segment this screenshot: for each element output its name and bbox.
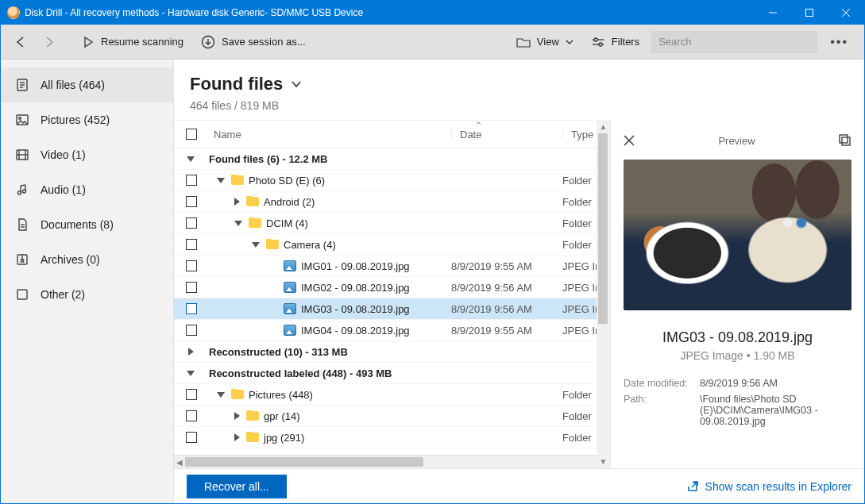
view-label: View <box>537 36 559 48</box>
expand-icon[interactable] <box>187 156 195 162</box>
svg-point-8 <box>599 43 602 46</box>
scroll-down-icon[interactable]: ▼ <box>597 455 610 468</box>
row-checkbox[interactable] <box>186 239 197 250</box>
more-button[interactable]: ••• <box>822 30 856 54</box>
prop-value: 8/9/2019 9:56 AM <box>700 378 851 389</box>
file-row[interactable]: IMG04 - 09.08.2019.jpg8/9/2019 9:55 AMJP… <box>174 320 610 341</box>
row-checkbox[interactable] <box>186 282 197 293</box>
prop-label: Path: <box>624 394 700 427</box>
row-checkbox[interactable] <box>186 260 197 271</box>
show-in-explorer-link[interactable]: Show scan results in Explorer <box>686 480 851 493</box>
svg-rect-29 <box>842 137 850 145</box>
sidebar-item-other[interactable]: Other (2) <box>1 277 173 312</box>
sidebar-item-label: Archives (0) <box>41 253 100 266</box>
preview-meta: JPEG Image • 1.90 MB <box>624 349 851 362</box>
sidebar-item-video[interactable]: Video (1) <box>1 137 173 172</box>
svg-point-19 <box>18 191 21 194</box>
row-checkbox[interactable] <box>186 432 197 443</box>
row-checkbox[interactable] <box>186 303 197 314</box>
view-button[interactable]: View <box>510 31 580 52</box>
row-label: IMG01 - 09.08.2019.jpg <box>301 260 410 272</box>
forward-button[interactable] <box>37 30 61 54</box>
save-session-button[interactable]: Save session as... <box>195 30 312 54</box>
folder-row[interactable]: DCIM (4)Folder <box>174 213 610 234</box>
search-input[interactable] <box>651 31 817 53</box>
sidebar-item-pictures[interactable]: Pictures (452) <box>1 102 173 137</box>
sidebar-item-documents[interactable]: Documents (8) <box>1 207 173 242</box>
row-checkbox[interactable] <box>186 175 197 186</box>
recover-all-button[interactable]: Recover all... <box>187 475 287 498</box>
file-row[interactable]: IMG01 - 09.08.2019.jpg8/9/2019 9:55 AMJP… <box>174 256 610 277</box>
close-icon[interactable] <box>624 135 635 146</box>
row-label: Reconstructed labeled (448) - 493 MB <box>209 367 392 379</box>
column-name[interactable]: Name <box>209 129 451 140</box>
image-file-icon <box>284 282 296 293</box>
back-button[interactable] <box>9 30 33 54</box>
folder-row[interactable]: Photo SD (E) (6)Folder <box>174 170 610 191</box>
row-label: IMG03 - 09.08.2019.jpg <box>301 303 410 315</box>
window-titlebar: Disk Drill - All recovery methods - Hard… <box>1 1 864 25</box>
row-checkbox[interactable] <box>186 325 197 336</box>
column-date[interactable]: Date <box>451 129 562 140</box>
page-title[interactable]: Found files <box>190 74 302 94</box>
sort-indicator-icon: ⌃ <box>474 120 483 132</box>
svg-rect-30 <box>840 135 848 143</box>
expand-icon[interactable] <box>234 412 240 420</box>
row-label: Pictures (448) <box>249 389 313 401</box>
folder-row[interactable]: gpr (14)Folder <box>174 406 610 427</box>
sidebar-item-all-files[interactable]: All files (464) <box>1 67 173 102</box>
row-label: Camera (4) <box>284 239 336 251</box>
expand-icon[interactable] <box>217 178 225 183</box>
horizontal-scrollbar[interactable]: ◀ ▶ <box>174 455 610 468</box>
scrollbar-thumb[interactable] <box>598 133 608 324</box>
group-row[interactable]: Found files (6) - 12.2 MB <box>174 148 610 170</box>
svg-rect-1 <box>806 10 813 17</box>
file-row[interactable]: IMG03 - 09.08.2019.jpg8/9/2019 9:56 AMJP… <box>174 298 610 320</box>
expand-icon[interactable] <box>217 392 225 398</box>
row-checkbox[interactable] <box>186 389 197 400</box>
sliders-icon <box>591 37 605 48</box>
row-checkbox[interactable] <box>186 410 197 421</box>
folder-row[interactable]: Camera (4)Folder <box>174 234 610 256</box>
folder-icon <box>231 390 244 399</box>
filters-button[interactable]: Filters <box>585 31 646 52</box>
row-date: 8/9/2019 9:56 AM <box>451 282 562 294</box>
row-label: Found files (6) - 12.2 MB <box>209 153 328 165</box>
resume-scanning-button[interactable]: Resume scanning <box>75 31 190 53</box>
row-label: DCIM (4) <box>266 217 308 229</box>
group-row[interactable]: Reconstructed labeled (448) - 493 MB <box>174 363 610 384</box>
download-icon <box>201 35 215 49</box>
scroll-up-icon[interactable]: ▲ <box>597 120 610 133</box>
expand-icon[interactable] <box>234 433 240 441</box>
window-minimize-button[interactable] <box>755 1 791 25</box>
scroll-left-icon[interactable]: ◀ <box>174 456 185 468</box>
svg-rect-26 <box>17 290 27 299</box>
window-maximize-button[interactable] <box>791 1 828 25</box>
expand-icon[interactable] <box>252 242 260 248</box>
picture-icon <box>15 113 29 127</box>
sidebar-item-audio[interactable]: Audio (1) <box>1 172 173 207</box>
window-close-button[interactable] <box>828 1 864 25</box>
row-checkbox[interactable] <box>186 217 197 229</box>
folder-icon <box>246 433 259 442</box>
expand-icon[interactable] <box>234 198 240 206</box>
scrollbar-thumb[interactable] <box>185 457 423 467</box>
files-icon <box>15 78 29 92</box>
expand-icon[interactable] <box>188 348 194 356</box>
folder-row[interactable]: jpg (291)Folder <box>174 427 610 448</box>
select-all-checkbox[interactable] <box>186 129 197 140</box>
folder-row[interactable]: Pictures (448)Folder <box>174 384 610 406</box>
expand-icon[interactable] <box>234 221 242 226</box>
folder-row[interactable]: Android (2)Folder <box>174 191 610 213</box>
sidebar-item-archives[interactable]: Archives (0) <box>1 242 173 277</box>
file-row[interactable]: IMG02 - 09.08.2019.jpg8/9/2019 9:56 AMJP… <box>174 277 610 298</box>
svg-point-7 <box>594 38 597 41</box>
expand-icon[interactable] <box>187 371 195 376</box>
popout-icon[interactable] <box>839 134 851 147</box>
row-checkbox[interactable] <box>186 196 197 207</box>
row-label: Photo SD (E) (6) <box>249 175 325 187</box>
prop-value: \Found files\Photo SD (E)\DCIM\Camera\IM… <box>700 394 851 427</box>
vertical-scrollbar[interactable]: ▲ ▼ <box>597 120 610 468</box>
group-row[interactable]: Reconstructed (10) - 313 MB <box>174 341 610 363</box>
sidebar-item-label: Audio (1) <box>41 183 86 196</box>
